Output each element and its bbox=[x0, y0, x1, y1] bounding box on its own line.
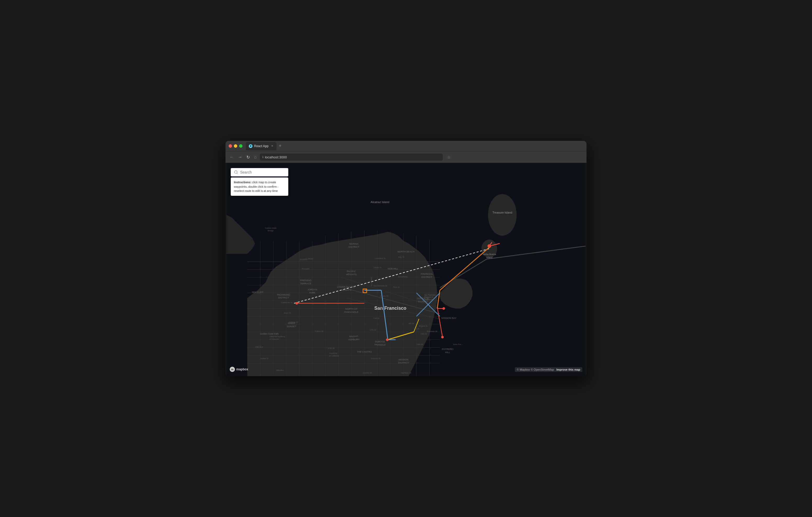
tab-close-button[interactable]: ✕ bbox=[271, 144, 273, 148]
svg-text:PRESIDIO: PRESIDIO bbox=[300, 279, 312, 282]
svg-line-140 bbox=[237, 173, 237, 174]
new-tab-button[interactable]: + bbox=[279, 143, 282, 149]
mapbox-text: mapbox bbox=[236, 367, 248, 371]
svg-text:DISTRICT: DISTRICT bbox=[278, 296, 289, 299]
svg-text:Alcatraz Island: Alcatraz Island bbox=[371, 201, 389, 204]
svg-text:NORTH OF: NORTH OF bbox=[345, 308, 357, 310]
svg-text:FINANCIAL: FINANCIAL bbox=[420, 273, 433, 275]
svg-text:16th St: 16th St bbox=[416, 343, 423, 345]
search-input-wrap[interactable] bbox=[231, 168, 288, 176]
svg-text:Lombard St: Lombard St bbox=[375, 257, 386, 260]
svg-text:Fulton St: Fulton St bbox=[315, 330, 324, 332]
svg-text:HEIGHTS: HEIGHTS bbox=[341, 289, 351, 292]
map-container[interactable]: Alcatraz Island Treasure Island Yerba Bu… bbox=[226, 163, 586, 376]
forward-button[interactable]: → bbox=[237, 154, 243, 160]
svg-text:THE CASTRO: THE CASTRO bbox=[357, 351, 372, 353]
minimize-button[interactable] bbox=[234, 144, 237, 148]
attribution-text: © Mapbox © OpenStreetMap bbox=[517, 368, 554, 371]
svg-text:SEA CLIFF: SEA CLIFF bbox=[252, 291, 263, 294]
titlebar: ⚛ React App ✕ + bbox=[226, 141, 586, 151]
svg-text:Bay St: Bay St bbox=[398, 256, 404, 258]
svg-text:PANHANDLE: PANHANDLE bbox=[344, 311, 358, 313]
svg-text:Presidio: Presidio bbox=[302, 268, 310, 270]
svg-text:Balboa St: Balboa St bbox=[289, 321, 298, 323]
svg-text:Fell St: Fell St bbox=[374, 317, 380, 320]
svg-text:Union St: Union St bbox=[374, 266, 382, 269]
svg-text:MISSION BAY: MISSION BAY bbox=[441, 317, 456, 320]
svg-text:Bridge: Bridge bbox=[268, 230, 274, 232]
svg-text:ASHBURY: ASHBURY bbox=[348, 338, 359, 341]
browser-window: ⚛ React App ✕ + ← → ↻ ⌂ ℹ localhost:3000… bbox=[226, 141, 586, 376]
svg-point-59 bbox=[442, 307, 445, 310]
svg-text:POTRERO: POTRERO bbox=[442, 348, 453, 351]
svg-text:Geary St: Geary St bbox=[380, 295, 388, 297]
svg-text:25th Ave: 25th Ave bbox=[255, 346, 263, 348]
tab-title: React App bbox=[254, 144, 268, 148]
close-button[interactable] bbox=[229, 144, 232, 148]
svg-text:JORDAN: JORDAN bbox=[308, 288, 317, 291]
svg-text:Harrison St: Harrison St bbox=[401, 372, 411, 374]
svg-point-41 bbox=[295, 302, 298, 304]
svg-text:MARINA: MARINA bbox=[349, 243, 359, 245]
tab-bar: ⚛ React App ✕ + bbox=[245, 142, 583, 150]
mapbox-icon: m bbox=[230, 367, 235, 372]
traffic-lights bbox=[229, 144, 242, 148]
svg-text:DISTRICT: DISTRICT bbox=[398, 362, 409, 364]
svg-text:NOB HILL: NOB HILL bbox=[388, 267, 399, 270]
address-bar[interactable]: ℹ localhost:3000 bbox=[260, 153, 443, 161]
svg-text:SUNSET: SUNSET bbox=[287, 325, 296, 328]
svg-text:Museum of: Museum of bbox=[424, 296, 433, 298]
svg-text:California St: California St bbox=[281, 301, 292, 304]
svg-text:TERRACE: TERRACE bbox=[300, 282, 312, 285]
svg-text:NORTH BEACH: NORTH BEACH bbox=[398, 250, 415, 253]
svg-text:MARKET: MARKET bbox=[418, 300, 428, 303]
svg-text:DUBOCE: DUBOCE bbox=[375, 340, 385, 343]
svg-text:Pine St: Pine St bbox=[393, 286, 400, 288]
url-text: localhost:3000 bbox=[265, 155, 287, 159]
svg-text:10th St: 10th St bbox=[420, 333, 427, 335]
svg-text:TRIANGLE: TRIANGLE bbox=[374, 343, 386, 346]
tab-favicon: ⚛ bbox=[249, 144, 253, 148]
svg-text:Sacramento St: Sacramento St bbox=[374, 285, 387, 287]
instructions-box: Instructions: click map to create waypoi… bbox=[231, 178, 288, 196]
improve-map-link[interactable]: Improve this map bbox=[556, 368, 580, 371]
svg-text:Broadway: Broadway bbox=[398, 275, 407, 278]
svg-text:California Academy: California Academy bbox=[269, 336, 285, 338]
refresh-button[interactable]: ↻ bbox=[245, 154, 251, 161]
svg-point-43 bbox=[441, 336, 444, 338]
svg-text:Castro St: Castro St bbox=[363, 372, 372, 374]
svg-text:MISSION: MISSION bbox=[399, 358, 408, 361]
svg-text:John Fre...: John Fre... bbox=[453, 343, 463, 345]
maximize-button[interactable] bbox=[239, 144, 242, 148]
svg-text:San Francisco: San Francisco bbox=[424, 294, 436, 296]
search-icon bbox=[234, 170, 238, 174]
svg-text:of Sciences: of Sciences bbox=[269, 338, 279, 340]
svg-text:Judah St: Judah St bbox=[260, 357, 269, 360]
svg-text:Treasure Island: Treasure Island bbox=[492, 211, 512, 214]
map-attribution: © Mapbox © OpenStreetMap Improve this ma… bbox=[515, 367, 582, 372]
search-input[interactable] bbox=[240, 170, 285, 174]
svg-text:Golden Gate Park: Golden Gate Park bbox=[260, 332, 279, 335]
search-box: Instructions: click map to create waypoi… bbox=[231, 168, 288, 196]
bookmark-button[interactable]: ☆ bbox=[447, 155, 451, 160]
svg-text:HEIGHTS: HEIGHTS bbox=[346, 273, 356, 276]
svg-text:17th St: 17th St bbox=[328, 347, 335, 349]
svg-point-4 bbox=[488, 194, 516, 236]
svg-text:Anza St: Anza St bbox=[284, 312, 291, 314]
svg-text:Bryant St: Bryant St bbox=[419, 325, 428, 327]
svg-text:Dolores St: Dolores St bbox=[371, 357, 381, 360]
svg-text:HILL: HILL bbox=[445, 351, 450, 354]
svg-text:8th St: 8th St bbox=[409, 322, 414, 325]
svg-point-139 bbox=[234, 171, 237, 174]
svg-text:19th Ave: 19th Ave bbox=[276, 369, 284, 371]
svg-text:Modern Art: Modern Art bbox=[424, 299, 433, 300]
home-button[interactable]: ⌂ bbox=[253, 154, 258, 160]
svg-text:Island: Island bbox=[486, 256, 493, 259]
svg-text:PARK: PARK bbox=[309, 292, 316, 294]
svg-text:Golden Gate: Golden Gate bbox=[265, 227, 277, 229]
svg-point-54 bbox=[386, 338, 388, 341]
back-button[interactable]: ← bbox=[229, 154, 235, 160]
svg-text:Turk St: Turk St bbox=[379, 307, 385, 309]
active-tab[interactable]: ⚛ React App ✕ bbox=[245, 142, 277, 150]
svg-text:HAIGHT-: HAIGHT- bbox=[349, 335, 359, 338]
